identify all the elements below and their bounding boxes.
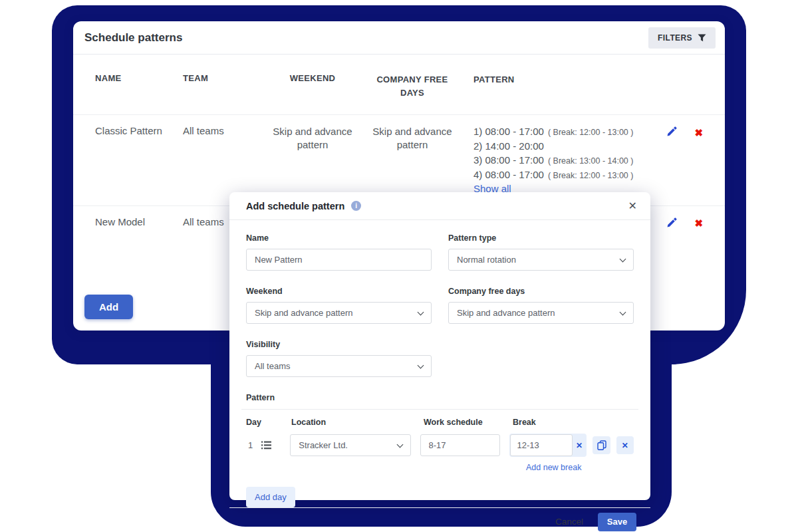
break-column-label: Break	[513, 418, 593, 427]
location-select[interactable]: Stracker Ltd.	[290, 434, 410, 456]
company-free-days-select[interactable]: Skip and advance pattern	[448, 302, 634, 324]
divider	[241, 409, 638, 410]
day-column-label: Day	[246, 418, 291, 427]
filters-button[interactable]: FILTERS	[648, 27, 716, 49]
chevron-down-icon	[396, 442, 403, 448]
modal-footer: Cancel Save	[229, 507, 650, 532]
work-schedule-column-label: Work schedule	[424, 418, 513, 427]
modal-header: Add schedule pattern i ✕	[229, 192, 650, 220]
break-input-group: ✕	[509, 434, 587, 457]
delete-x-icon[interactable]: ✖	[694, 217, 703, 229]
delete-x-icon[interactable]: ✖	[694, 126, 703, 138]
filter-funnel-icon	[698, 34, 706, 42]
pattern-type-field-group: Pattern type Normal rotation	[448, 233, 634, 271]
cell-weekend: Skip and advance pattern	[259, 125, 366, 152]
duplicate-day-icon[interactable]	[593, 436, 610, 454]
add-day-button[interactable]: Add day	[246, 487, 295, 507]
chevron-down-icon	[620, 309, 626, 316]
pattern-day-row: 1 Stracker Ltd.	[246, 434, 634, 457]
add-pattern-button[interactable]: Add	[84, 295, 133, 319]
column-header-pattern: PATTERN	[459, 73, 636, 87]
modal-title: Add schedule pattern	[246, 201, 344, 211]
pattern-type-select[interactable]: Normal rotation	[448, 249, 634, 271]
weekend-select[interactable]: Skip and advance pattern	[246, 302, 432, 324]
chevron-down-icon	[418, 309, 424, 316]
close-icon[interactable]: ✕	[628, 200, 637, 212]
modal-body: Name Pattern type Normal rotation Weeken…	[229, 220, 650, 507]
info-icon[interactable]: i	[351, 201, 361, 211]
cell-team: All teams	[183, 125, 259, 136]
company-free-days-label: Company free days	[448, 287, 634, 296]
column-header-weekend: WEEKEND	[259, 73, 366, 83]
name-label: Name	[246, 233, 432, 243]
location-column-label: Location	[291, 418, 424, 427]
company-free-days-field-group: Company free days Skip and advance patte…	[448, 287, 634, 324]
cancel-button[interactable]: Cancel	[555, 517, 583, 527]
remove-break-x-icon[interactable]: ✕	[576, 441, 583, 450]
cell-name: Classic Pattern	[95, 125, 183, 136]
pattern-line: 1) 08:00 - 17:00( Break: 12:00 - 13:00 )	[473, 125, 636, 140]
visibility-label: Visibility	[246, 340, 432, 349]
visibility-field-group: Visibility All teams	[246, 340, 432, 377]
pattern-columns-header: Day Location Work schedule Break	[246, 418, 634, 427]
cell-name: New Model	[95, 216, 183, 227]
pattern-section-label: Pattern	[246, 393, 634, 402]
cell-company-free-days: Skip and advance pattern	[366, 125, 459, 152]
chevron-down-icon	[418, 362, 424, 369]
column-header-name: NAME	[95, 73, 183, 83]
filters-button-label: FILTERS	[658, 33, 692, 43]
work-schedule-input[interactable]	[420, 434, 500, 456]
list-handle-icon[interactable]	[261, 441, 290, 450]
add-new-break-link[interactable]: Add new break	[526, 463, 634, 472]
edit-pencil-icon[interactable]	[666, 217, 677, 229]
page-background: Schedule patterns FILTERS NAME TEAM WEEK…	[0, 0, 798, 532]
column-header-company-free-days: COMPANY FREE DAYS	[366, 73, 459, 100]
column-header-team: TEAM	[183, 73, 259, 83]
edit-pencil-icon[interactable]	[666, 126, 677, 138]
pattern-type-label: Pattern type	[448, 233, 634, 243]
cell-pattern: 1) 08:00 - 17:00( Break: 12:00 - 13:00 )…	[459, 125, 636, 196]
pattern-line: 3) 08:00 - 17:00( Break: 13:00 - 14:00 )	[473, 154, 636, 168]
table-header-row: NAME TEAM WEEKEND COMPANY FREE DAYS PATT…	[73, 55, 725, 115]
name-input[interactable]	[246, 249, 432, 271]
card-header: Schedule patterns FILTERS	[73, 21, 725, 55]
chevron-down-icon	[620, 256, 626, 263]
add-schedule-pattern-modal: Add schedule pattern i ✕ Name Pattern ty…	[229, 192, 650, 500]
save-button[interactable]: Save	[598, 513, 636, 531]
remove-day-x-icon[interactable]: ✕	[616, 436, 634, 454]
page-title: Schedule patterns	[84, 31, 182, 45]
name-field-group: Name	[246, 233, 432, 271]
weekend-field-group: Weekend Skip and advance pattern	[246, 287, 432, 324]
pattern-line: 2) 14:00 - 20:00	[473, 140, 636, 154]
weekend-label: Weekend	[246, 287, 432, 296]
break-input[interactable]	[510, 434, 573, 456]
day-number: 1	[246, 440, 261, 450]
pattern-line: 4) 08:00 - 17:00( Break: 12:00 - 13:00 )	[473, 168, 636, 183]
visibility-select[interactable]: All teams	[246, 355, 432, 377]
